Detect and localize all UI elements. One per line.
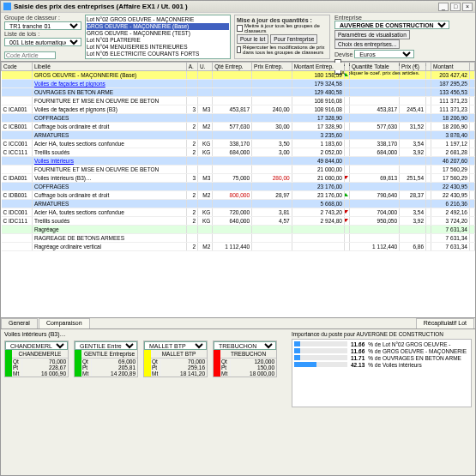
- company-name: TREBUCHON: [220, 350, 276, 359]
- company-name: CHANDEMERLE: [12, 350, 68, 359]
- table-row[interactable]: FOURNITURE ET MISE EN OEUVRE DE BETON21 …: [2, 166, 475, 174]
- window-title: Saisie des prix des entreprises (Affaire…: [14, 3, 188, 10]
- code-article-input[interactable]: [4, 51, 56, 59]
- groupe-select[interactable]: TR1 tranche 01: [4, 21, 81, 30]
- percent-bar: [294, 355, 347, 360]
- col-header[interactable]: Code: [2, 63, 33, 71]
- table-row[interactable]: OUVRAGES EN BETON ARME129 480,58133 456,…: [2, 88, 475, 97]
- btn-pour-lot[interactable]: Pour le lot: [237, 34, 268, 44]
- col-header[interactable]: A.: [186, 63, 197, 71]
- price-table: CodeLibelléA.U.Qté Entrep.Prix Entrep.Mo…: [1, 62, 475, 251]
- entreprise-select[interactable]: AUVERGNE DE CONSTRUCTION: [334, 21, 449, 29]
- bottom-tabs: General Comparaison Récapitulatif Lot: [1, 318, 475, 328]
- recap-title: Importance du poste pour AUVERGNE DE CON…: [292, 331, 472, 337]
- maj-title: Mise à jour des quantités :: [237, 17, 328, 23]
- table-row[interactable]: C ICA001Voiles de façades et pignons (B3…: [2, 105, 475, 114]
- table-row[interactable]: C IDC111Treillis soudés2KG640,0004,572 9…: [2, 217, 475, 226]
- col-header[interactable]: [469, 63, 474, 71]
- bottom-panel: Voiles intérieurs (B3)… CHANDEMERLECHAND…: [1, 328, 475, 438]
- close-button[interactable]: ×: [462, 3, 473, 11]
- btn-param[interactable]: Paramètres de visualisation: [334, 30, 410, 39]
- company-name: MALLET BTP: [151, 350, 207, 359]
- lot-list-item[interactable]: GROS OEUVRE - MAÇONNERIE (Base): [87, 23, 229, 30]
- company-select[interactable]: CHANDEMERLE: [5, 341, 68, 350]
- col-header[interactable]: Qté Entrep.: [213, 63, 252, 71]
- col-header[interactable]: Quantité Totale: [349, 63, 399, 71]
- percent-bar: [294, 341, 347, 346]
- tab-recap[interactable]: Récapitulatif Lot: [416, 318, 474, 328]
- col-header[interactable]: Libellé: [33, 63, 187, 71]
- table-row[interactable]: ARMATURES3 235,603 878,40: [2, 131, 475, 140]
- entreprise-label: Entreprise: [334, 15, 362, 21]
- devise-select[interactable]: Euros: [354, 50, 414, 58]
- bottom-left-title: Voiles intérieurs (B3)…: [4, 331, 286, 337]
- toolbar: Groupe de classeur : TR1 tranche 01 List…: [1, 13, 475, 61]
- company-box: GENTILE EntrepriseGENTILE EntrepriseQt69…: [74, 340, 138, 377]
- table-row[interactable]: COFFRAGES17 328,9018 206,90: [2, 114, 475, 123]
- table-row[interactable]: C ICB001Coffrage bois ordinaire et droit…: [2, 123, 475, 131]
- company-box: TREBUCHONTREBUCHONQt120,000Pt150,00Mt18 …: [213, 340, 277, 377]
- lot-list[interactable]: Lot N°02 GROS OEUVRE - MAÇONNERIE GROS O…: [85, 15, 231, 59]
- maj-chk2[interactable]: [237, 46, 241, 53]
- table-row[interactable]: Ragréage ordinaire vertical2M21 112,4401…: [2, 243, 475, 251]
- lot-list-item[interactable]: Lot N°06 PLOMBERIES SANITAIRES: [87, 57, 229, 59]
- groupe-label: Groupe de classeur :: [4, 15, 81, 21]
- btn-pour-entreprise[interactable]: Pour l'entreprise: [270, 34, 317, 44]
- maj-chk1[interactable]: [237, 25, 243, 32]
- app-icon: [3, 3, 11, 10]
- table-row[interactable]: Voiles de façades et pignons179 324,5818…: [2, 80, 475, 88]
- percent-bar: [294, 362, 347, 367]
- devise-label: Devise: [334, 51, 352, 57]
- recap-box: 11.66% de Lot N°02 GROS OEUVRE -11.66% d…: [292, 339, 472, 407]
- tab-comparaison[interactable]: Comparaison: [39, 318, 90, 328]
- table-row[interactable]: C IDA001Voiles intérieurs (B3)…3M375,000…: [2, 174, 475, 183]
- col-header[interactable]: Montant Entrep.: [292, 63, 344, 71]
- table-row[interactable]: COFFRAGES23 176,0022 430,95: [2, 183, 475, 191]
- company-box: MALLET BTPMALLET BTPQt70,000Pt259,16Mt18…: [143, 340, 208, 377]
- table-row[interactable]: C ICC111Treillis soudés2KG684,0003,002 0…: [2, 148, 475, 157]
- table-row[interactable]: Voiles intérieurs49 844,0046 207,60: [2, 157, 475, 166]
- table-row[interactable]: RAGREAGE DE BETONS ARMEES7 631,34: [2, 234, 475, 243]
- lot-list-item[interactable]: Lot N°02 GROS OEUVRE - MAÇONNERIE: [87, 16, 229, 23]
- maximize-button[interactable]: □: [450, 3, 461, 11]
- col-header[interactable]: Prix Entrep.: [252, 63, 292, 71]
- table-row[interactable]: C ICC001Acier HA, toutes sections confon…: [2, 140, 475, 148]
- percent-bar: [294, 348, 347, 353]
- col-header[interactable]: Prix (€): [400, 63, 426, 71]
- minimize-button[interactable]: _: [438, 3, 449, 11]
- table-row[interactable]: C IDC001Acier HA, toutes sections confon…: [2, 208, 475, 217]
- lot-list-item[interactable]: Lot N°05 ELECTRICITE COURANTS FORTS: [87, 51, 229, 57]
- table-row[interactable]: FOURNITURE ET MISE EN OEUVRE DE BETON108…: [2, 97, 475, 105]
- lot-list-item[interactable]: GROS OEUVRE - MAÇONNERIE (TEST): [87, 30, 229, 37]
- table-row[interactable]: ARMATURES5 668,006 216,36: [2, 200, 475, 208]
- col-header[interactable]: Montant: [431, 63, 470, 71]
- titlebar: Saisie des prix des entreprises (Affaire…: [1, 1, 475, 13]
- liste-label: Liste de lots :: [4, 31, 81, 37]
- lot-list-item[interactable]: Lot N°03 PLATRERIE: [87, 37, 229, 44]
- company-select[interactable]: GENTILE Entreprise: [75, 341, 137, 350]
- company-select[interactable]: MALLET BTP: [144, 341, 207, 350]
- price-table-wrap[interactable]: CodeLibelléA.U.Qté Entrep.Prix Entrep.Mo…: [1, 61, 475, 318]
- company-box: CHANDEMERLECHANDEMERLEQt70,000Pt228,67Mt…: [4, 340, 69, 377]
- company-name: GENTILE Entreprise: [81, 350, 137, 359]
- liste-select[interactable]: 001 Liste automatique s: [4, 38, 81, 46]
- btn-choix[interactable]: Choix des entreprises...: [334, 39, 400, 49]
- lot-list-item[interactable]: Lot N°04 MENUISERIES INTERIEURES: [87, 44, 229, 51]
- company-select[interactable]: TREBUCHON: [214, 341, 276, 350]
- maj-quantites-box: Mise à jour des quantités : Mettre à jou…: [234, 15, 330, 59]
- tab-general[interactable]: General: [1, 318, 38, 328]
- table-row[interactable]: Ragréage7 631,34: [2, 226, 475, 234]
- table-row[interactable]: C IDB001Coffrage bois ordinaire et droit…: [2, 191, 475, 200]
- main-window: Saisie des prix des entreprises (Affaire…: [0, 0, 476, 476]
- col-header[interactable]: U.: [198, 63, 213, 71]
